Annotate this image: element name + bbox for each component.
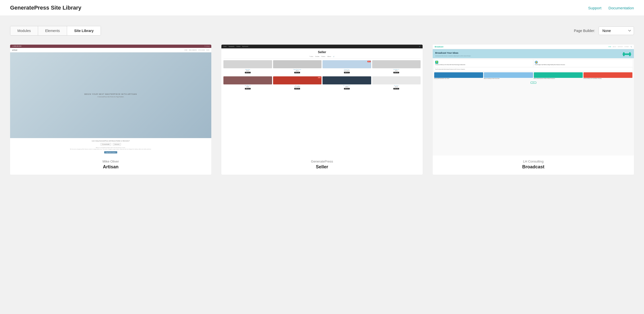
broadcast-features: 💡 Continuous Delivery to the Cloud with … (433, 58, 634, 72)
card-preview-artisan: +1 (000) 000 0000 ftinyt artisan HOMEPAG… (10, 45, 211, 155)
svg-point-6 (629, 55, 631, 56)
tab-modules[interactable]: Modules (10, 26, 38, 35)
artisan-content: Love Using GeneratePress with Beaver Bui… (10, 138, 211, 155)
broadcast-nav: Broadcast HOME ABOUTSERVICESCONTACT🔍 (433, 45, 634, 49)
artisan-hero: BEGIN YOUR NEXT MASTERPIECE WITH ARTISAN… (10, 52, 211, 138)
page-builder-label: Page Builder: (574, 29, 595, 33)
site-title: GeneratePress Site Library (10, 5, 81, 11)
cards-grid: +1 (000) 000 0000 ftinyt artisan HOMEPAG… (10, 45, 634, 175)
page-builder-filter: Page Builder: None Beaver Builder Elemen… (574, 26, 634, 35)
card-broadcast[interactable]: Broadcast HOME ABOUTSERVICESCONTACT🔍 Bro… (433, 45, 634, 175)
svg-point-3 (623, 52, 625, 54)
svg-point-4 (623, 55, 625, 56)
card-footer-seller: GeneratePress Seller (221, 155, 423, 175)
seller-topbar: HomeTypographyContactMy Account 🛒 (221, 45, 423, 48)
card-name-artisan: Artisan (14, 164, 207, 170)
tab-elements[interactable]: Elements (38, 26, 67, 35)
seller-cats: T-shirtsHoodiesPostersAlbums🛒 (223, 56, 421, 59)
svg-point-5 (629, 52, 631, 54)
toolbar: Modules Elements Site Library Page Build… (10, 26, 634, 36)
card-footer-broadcast: LH Consulting Broadcast (433, 155, 634, 175)
card-name-seller: Seller (225, 164, 419, 170)
card-preview-broadcast: Broadcast HOME ABOUTSERVICESCONTACT🔍 Bro… (433, 45, 634, 155)
card-author-seller: GeneratePress (225, 160, 419, 163)
card-author-broadcast: LH Consulting (437, 160, 630, 163)
main-content: Modules Elements Site Library Page Build… (0, 16, 644, 190)
header-nav: Support Documentation (588, 6, 634, 10)
broadcast-hero: Broadcast Your Ideas Lorem ipsum dolor s… (433, 49, 634, 58)
card-footer-artisan: Mike Oliver Artisan (10, 155, 211, 175)
broadcast-more: + More (433, 81, 634, 84)
artisan-nav: artisan HOMEPAGE HEADERSSTYLE GUIDEBLOG (10, 48, 211, 52)
page-builder-select[interactable]: None Beaver Builder Elementor Block Edit… (599, 26, 634, 35)
seller-brand: Seller (221, 48, 423, 56)
artisan-topbar: +1 (000) 000 0000 ftinyt (10, 45, 211, 48)
card-preview-seller: HomeTypographyContactMy Account 🛒 Seller… (221, 45, 423, 155)
card-name-broadcast: Broadcast (437, 164, 630, 170)
broadcast-posts: Samsung SSD Takes Another Leap in Speed … (433, 72, 634, 81)
tabs: Modules Elements Site Library (10, 26, 101, 36)
tab-site-library[interactable]: Site Library (67, 26, 101, 35)
support-link[interactable]: Support (588, 6, 602, 10)
card-author-artisan: Mike Oliver (14, 160, 207, 163)
documentation-link[interactable]: Documentation (608, 6, 634, 10)
card-artisan[interactable]: +1 (000) 000 0000 ftinyt artisan HOMEPAG… (10, 45, 211, 175)
seller-products-row2: Woo Album #2 $9.00 Add to cart SALE! Win… (221, 75, 423, 91)
svg-rect-2 (624, 53, 630, 55)
header: GeneratePress Site Library Support Docum… (0, 0, 644, 16)
seller-products-row1: Happy Ninja $18.00 Add to cart Happy Nin… (221, 59, 423, 75)
card-seller[interactable]: HomeTypographyContactMy Account 🛒 Seller… (221, 45, 423, 175)
